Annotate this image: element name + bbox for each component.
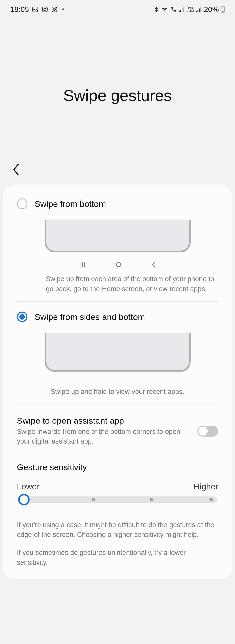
- svg-rect-21: [116, 263, 120, 267]
- chevron-left-icon: [13, 164, 20, 176]
- bluetooth-icon: [154, 6, 159, 13]
- label-higher: Higher: [194, 482, 218, 491]
- battery-percent: 20%: [204, 5, 219, 14]
- label-lower: Lower: [17, 482, 40, 491]
- setting-assistant[interactable]: Swipe to open assistant app Swipe inward…: [3, 407, 232, 453]
- phone-preview: [45, 220, 191, 252]
- home-icon: [115, 261, 122, 269]
- volte-icon: Vo)LTE2: [186, 6, 194, 12]
- content-card: Swipe from bottom Swipe up from each are…: [3, 185, 232, 579]
- gallery-icon: [32, 6, 39, 13]
- sensitivity-title: Gesture sensitivity: [17, 462, 218, 472]
- back-icon: [151, 261, 156, 269]
- wifi-icon: [161, 7, 168, 12]
- slider-tick: [92, 498, 95, 501]
- svg-rect-10: [183, 7, 184, 12]
- more-icon: [62, 8, 64, 10]
- preview-swipe-from-bottom: [45, 220, 191, 269]
- svg-point-5: [53, 8, 56, 11]
- header: Swipe gestures: [0, 19, 235, 185]
- instagram-icon: [51, 6, 58, 13]
- radio-unselected[interactable]: [17, 198, 27, 209]
- page-title: Swipe gestures: [63, 86, 172, 104]
- status-left: 18:05: [10, 5, 66, 14]
- battery-icon: [221, 6, 225, 13]
- slider-tick: [209, 498, 213, 501]
- option-swipe-from-bottom[interactable]: Swipe from bottom: [3, 193, 232, 214]
- slider-labels: Lower Higher: [17, 482, 218, 491]
- toggle-off[interactable]: [197, 426, 218, 437]
- slider-thumb[interactable]: [18, 494, 30, 505]
- status-time: 18:05: [10, 5, 29, 14]
- back-button[interactable]: [11, 165, 21, 175]
- option-swipe-from-sides-and-bottom[interactable]: Swipe from sides and bottom: [3, 302, 232, 327]
- option-desc: Swipe up and hold to view your recent ap…: [3, 372, 232, 407]
- setting-desc: Swipe inwards from one of the bottom cor…: [17, 427, 190, 446]
- option-label: Swipe from bottom: [35, 199, 106, 209]
- slider-tick: [150, 498, 153, 501]
- svg-rect-14: [200, 7, 201, 12]
- signal-icon: [179, 7, 184, 12]
- svg-rect-11: [196, 11, 197, 12]
- radio-selected[interactable]: [17, 312, 27, 322]
- status-right: Vo)LTE2 20%: [154, 5, 225, 14]
- recents-icon: [79, 261, 86, 269]
- option-desc: Swipe up from each area of the bottom of…: [3, 269, 232, 301]
- svg-point-2: [44, 8, 46, 11]
- nav-icons: [45, 261, 191, 269]
- status-bar: 18:05 Vo)LTE2 20%: [0, 0, 235, 19]
- svg-rect-8: [180, 10, 181, 12]
- wifi-calling-icon: [170, 6, 177, 12]
- option-label: Swipe from sides and bottom: [35, 312, 145, 322]
- sensitivity-help-1: If you're using a case, it might be diff…: [3, 515, 232, 543]
- svg-rect-17: [222, 11, 224, 12]
- svg-point-3: [46, 8, 47, 8]
- svg-rect-9: [182, 9, 182, 12]
- svg-rect-7: [179, 11, 180, 12]
- signal-icon: [196, 7, 202, 12]
- setting-title: Swipe to open assistant app: [17, 416, 190, 426]
- sensitivity-slider[interactable]: [18, 496, 217, 503]
- svg-rect-13: [199, 9, 200, 12]
- setting-text: Swipe to open assistant app Swipe inward…: [17, 416, 190, 446]
- preview-swipe-from-sides-and-bottom: [45, 333, 191, 372]
- sensitivity-help-2: If you sometimes do gestures unintention…: [3, 543, 232, 571]
- instagram-icon: [42, 6, 48, 13]
- svg-rect-12: [197, 10, 198, 12]
- phone-preview: [45, 333, 191, 372]
- sensitivity-section: Gesture sensitivity Lower Higher: [3, 453, 232, 515]
- svg-point-6: [56, 8, 56, 8]
